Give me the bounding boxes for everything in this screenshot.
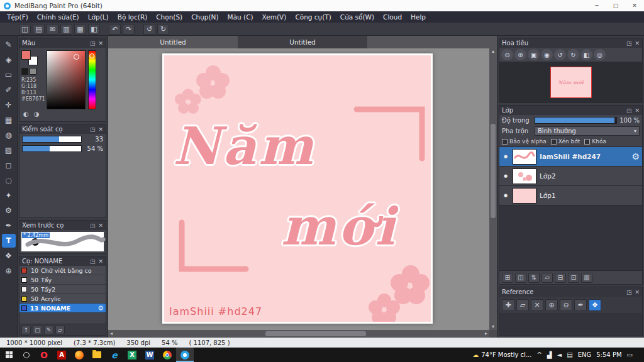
- export-icon[interactable]: ▤: [33, 24, 45, 35]
- layer-settings-gear-icon[interactable]: ⚙: [631, 151, 640, 162]
- rotate-left-icon[interactable]: ↺: [554, 49, 566, 60]
- rotate-right-icon[interactable]: ↻: [157, 24, 169, 35]
- zoom-tool-icon[interactable]: ⊕: [2, 264, 16, 278]
- fill-tool-icon[interactable]: ◍: [2, 128, 16, 142]
- taskbar-app-chrome[interactable]: [158, 348, 176, 362]
- protect-alpha-checkbox[interactable]: Bảo vệ alpha: [502, 138, 547, 145]
- merge-layer-icon[interactable]: ⊟: [555, 273, 566, 283]
- brush-opacity-slider[interactable]: [22, 145, 82, 152]
- taskbar-app-edge[interactable]: e: [106, 348, 123, 362]
- eraser-tool-icon[interactable]: ◈: [2, 53, 16, 67]
- brush-item[interactable]: 50 Tẩy2: [19, 285, 106, 294]
- reference-zoom-in-icon[interactable]: ⊕: [545, 299, 558, 311]
- close-icon[interactable]: ✕: [98, 258, 103, 265]
- close-button[interactable]: ✕: [625, 0, 644, 11]
- horizontal-scroll-thumb[interactable]: [265, 331, 366, 336]
- redo-button[interactable]: ↷: [123, 24, 135, 35]
- menu-edit[interactable]: Chỉnh sửa(E): [33, 11, 84, 23]
- select-tool-icon[interactable]: ▦: [2, 113, 16, 127]
- mini-swatch-gray[interactable]: [30, 68, 36, 75]
- lock-checkbox[interactable]: Khóa: [584, 138, 606, 145]
- speaker-icon[interactable]: ◄: [557, 351, 562, 358]
- eyedropper-tool-icon[interactable]: ✒: [2, 219, 16, 233]
- popout-icon[interactable]: ◳: [626, 289, 632, 295]
- layer-visibility-icon[interactable]: ●: [502, 193, 509, 198]
- brush-item[interactable]: 50 Acrylic: [19, 294, 106, 304]
- menu-help[interactable]: Help: [406, 11, 430, 23]
- taskbar-app-acrobat[interactable]: A: [53, 348, 70, 362]
- menu-view[interactable]: Xem(V): [258, 11, 291, 23]
- clipping-checkbox[interactable]: Xén bớt: [551, 138, 580, 145]
- network-icon[interactable]: ▟: [547, 351, 552, 358]
- menu-window[interactable]: Cửa sổ(W): [336, 11, 379, 23]
- reference-zoom-out-icon[interactable]: ⊖: [560, 299, 572, 311]
- menu-layer[interactable]: Lớp(L): [84, 11, 113, 23]
- canvas-viewport[interactable]: Năm mới IamShiii #hd247: [108, 48, 489, 330]
- close-icon[interactable]: ✕: [98, 126, 103, 133]
- menu-cloud[interactable]: Cloud: [379, 11, 406, 23]
- layout3-icon[interactable]: ◧: [88, 24, 100, 35]
- new-layer-icon[interactable]: ⊞: [502, 273, 513, 283]
- mini-swatch-dark[interactable]: [21, 68, 28, 75]
- language-indicator[interactable]: ENG: [578, 351, 592, 358]
- marquee-tool-icon[interactable]: ◻: [2, 158, 16, 172]
- transfer-layer-icon[interactable]: ⊡: [568, 273, 579, 283]
- action-center-icon[interactable]: ▭: [627, 351, 633, 358]
- taskbar-app-explorer[interactable]: [88, 348, 106, 362]
- menu-select[interactable]: Chọn(S): [152, 11, 187, 23]
- close-icon[interactable]: ✕: [98, 40, 103, 47]
- scroll-left-icon[interactable]: ◂: [108, 330, 114, 337]
- maximize-button[interactable]: □: [606, 0, 625, 11]
- lasso-tool-icon[interactable]: ◌: [2, 173, 16, 187]
- layer-row[interactable]: ● Lớp2: [499, 167, 642, 186]
- reference-eyedropper-icon[interactable]: ✒: [574, 299, 587, 311]
- vertical-scrollbar[interactable]: ▴ ▾: [489, 48, 497, 330]
- clock[interactable]: 5:54 PM: [596, 351, 621, 358]
- layer-row[interactable]: ● Lớp1: [499, 186, 642, 206]
- keyboard-icon[interactable]: ▤: [567, 351, 572, 358]
- add-reference-icon[interactable]: ✚: [502, 299, 514, 311]
- close-icon[interactable]: ✕: [635, 40, 640, 47]
- brush-folder-icon[interactable]: ▱: [55, 326, 65, 334]
- taskbar-app-excel[interactable]: X: [123, 348, 141, 362]
- flip-icon[interactable]: ◧: [580, 49, 592, 60]
- taskbar-app-word[interactable]: W: [141, 348, 158, 362]
- reference-folder-icon[interactable]: ▱: [516, 299, 529, 311]
- taskbar-app-opera[interactable]: O: [35, 348, 53, 362]
- edit-brush-icon[interactable]: ✎: [44, 326, 53, 334]
- new-brush-icon[interactable]: ▢: [33, 326, 42, 334]
- vertical-scroll-thumb[interactable]: [491, 124, 496, 218]
- zoom-in-icon[interactable]: ⊕: [514, 49, 526, 60]
- layer-opacity-slider[interactable]: [535, 117, 617, 124]
- fg-bg-swatches[interactable]: [21, 50, 38, 65]
- hue-slider[interactable]: [88, 50, 96, 109]
- menu-capture[interactable]: Chụp(N): [187, 11, 223, 23]
- close-icon[interactable]: ✕: [635, 289, 640, 295]
- layer-visibility-icon[interactable]: ●: [502, 173, 509, 178]
- layout2-icon[interactable]: ▦: [74, 24, 86, 35]
- document-tab-active[interactable]: Untitled: [238, 36, 367, 48]
- popout-icon[interactable]: ◳: [90, 126, 96, 133]
- undo-button[interactable]: ↶: [109, 24, 121, 35]
- popout-icon[interactable]: ◳: [90, 258, 96, 265]
- fit-window-icon[interactable]: ▣: [528, 49, 540, 60]
- popout-icon[interactable]: ◳: [626, 107, 632, 114]
- tray-chevron-icon[interactable]: ^: [536, 351, 541, 358]
- text-tool-icon[interactable]: T: [2, 234, 16, 248]
- scroll-up-icon[interactable]: ▴: [489, 48, 497, 55]
- layer-folder-icon[interactable]: ▱: [541, 273, 553, 283]
- duplicate-layer-icon[interactable]: ◫: [515, 273, 526, 283]
- reference-hand-icon[interactable]: ❖: [589, 299, 601, 311]
- brush-up-icon[interactable]: ↑: [21, 326, 31, 334]
- scroll-down-icon[interactable]: ▾: [489, 324, 497, 330]
- pen-tool-icon[interactable]: ✎: [2, 38, 16, 52]
- move-tool-icon[interactable]: ✛: [2, 98, 16, 112]
- canvas-document[interactable]: Năm mới IamShiii #hd247: [162, 53, 433, 324]
- popout-icon[interactable]: ◳: [90, 222, 96, 229]
- delete-layer-icon[interactable]: ▥: [581, 273, 592, 283]
- scroll-right-icon[interactable]: ▸: [483, 330, 489, 337]
- save-icon[interactable]: ◫: [19, 24, 31, 35]
- hand-tool-icon[interactable]: ❖: [2, 249, 16, 263]
- popout-icon[interactable]: ◳: [626, 40, 632, 47]
- layout1-icon[interactable]: ▥: [60, 24, 72, 35]
